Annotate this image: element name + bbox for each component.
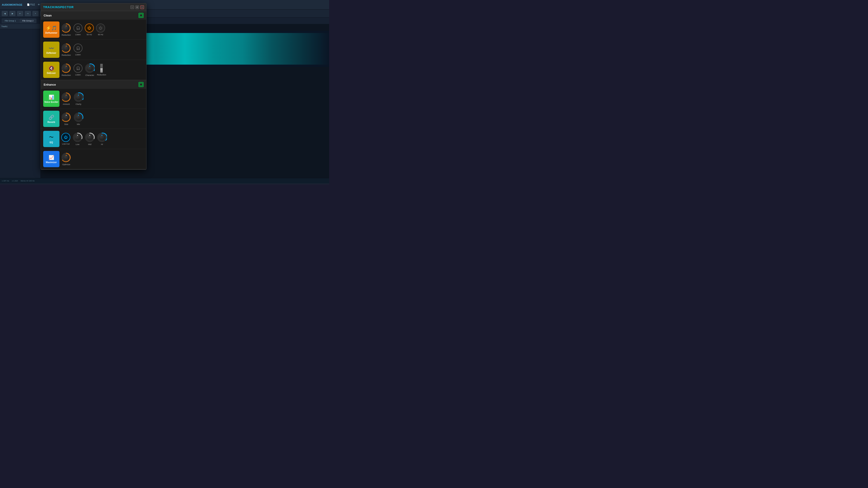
denoiser-reduction-face [63, 44, 70, 52]
eq-low-group: Low [72, 132, 83, 145]
deesser-label: DeEsser [47, 72, 56, 74]
track-header: Track1 [0, 24, 40, 29]
track-name: Track1 [1, 25, 7, 28]
reverb-size-face [63, 113, 70, 121]
dehummer-listen-button[interactable]: 🎧 [73, 24, 83, 33]
voice-exciter-amount-label: Amount [63, 103, 70, 105]
reverb-button[interactable]: 🔗 Reverb [43, 111, 59, 127]
enhance-section: Enhance 📊 Voice Exciter [41, 80, 146, 169]
dehummer-50hz-button[interactable]: ⏻ [85, 24, 94, 33]
maximizer-optimize-knob[interactable] [61, 153, 71, 162]
reverb-icon: 🔗 [49, 115, 54, 120]
eq-label: EQ [50, 141, 53, 144]
voice-exciter-label: Voice Exciter [44, 101, 58, 103]
voice-exciter-amount-face [63, 94, 70, 101]
toolbar-forward[interactable]: ▶ [9, 11, 16, 16]
reverb-size-knob[interactable] [61, 112, 71, 122]
denoiser-listen-button[interactable]: 🎧 [73, 43, 83, 53]
eq-icon: 〜 [49, 134, 54, 140]
eq-hi-face [98, 134, 105, 141]
eq-mid-label: Mid [88, 143, 92, 145]
denoiser-reduction-knob[interactable] [61, 43, 71, 53]
reverb-row: 🔗 Reverb Size [41, 109, 146, 129]
dehummer-row: ⚡🎵 DeHummer Reduction [41, 20, 146, 40]
eq-mid-knob[interactable] [85, 132, 95, 142]
maximizer-controls: Optimize [61, 153, 144, 166]
maximizer-button[interactable]: 📈 Maximizer [43, 151, 59, 167]
deesser-meter [100, 64, 103, 73]
plugin-window: TRACKINSPECTOR − ⊞ × Clean ⚡🎵 DeHummer [41, 3, 147, 170]
eq-hi-label: Hi [101, 143, 103, 145]
reverb-mix-face [75, 113, 82, 121]
eq-low-face [74, 134, 81, 141]
deesser-listen-button[interactable]: 🎧 [73, 64, 83, 73]
reverb-size-label: Size [64, 123, 68, 125]
deesser-reduction-face [63, 65, 70, 72]
dehummer-button[interactable]: ⚡🎵 DeHummer [43, 22, 59, 38]
voice-exciter-amount-knob[interactable] [61, 92, 71, 102]
deesser-meter-label: Reduction [97, 74, 106, 76]
status-zoom: x 1.310 [12, 180, 18, 182]
deesser-controls: Reduction 🎧 Listen [61, 63, 144, 76]
eq-row: 〜 EQ ⏻ Low Cut [41, 129, 146, 149]
plugin-content: Clean ⚡🎵 DeHummer [41, 11, 146, 169]
eq-hi-knob[interactable] [97, 132, 107, 142]
maximizer-row: 📈 Maximizer Optimize [41, 149, 146, 169]
eq-mid-group: Mid [85, 132, 95, 145]
deesser-listen-group: 🎧 Listen [73, 64, 83, 76]
dehummer-reduction-group: Reduction [61, 23, 71, 36]
denoiser-label: DeNoiser [46, 52, 56, 54]
eq-mid-face [86, 134, 93, 141]
minimize-button[interactable]: − [130, 5, 134, 9]
eq-button[interactable]: 〜 EQ [43, 131, 59, 147]
daw-status-bar: s 187 ms x 1.310 Stereo 44 100 Hz [0, 178, 329, 184]
eq-hi-group: Hi [97, 132, 107, 145]
deesser-character-face [86, 65, 93, 72]
maximizer-optimize-face [63, 154, 70, 161]
dehummer-60hz-button[interactable]: ⏻ [96, 24, 105, 33]
dehummer-label: DeHummer [45, 32, 57, 34]
eq-low-label: Low [76, 143, 80, 145]
deesser-reduction-label: Reduction [62, 74, 71, 76]
status-sample-rate: Stereo 44 100 Hz [21, 180, 35, 182]
maximizer-label: Maximizer [46, 161, 57, 164]
maximize-button[interactable]: ⊞ [135, 5, 139, 9]
voice-exciter-button[interactable]: 📊 Voice Exciter [43, 91, 59, 107]
toolbar-back[interactable]: ◀ [2, 11, 8, 16]
deesser-reduction-knob[interactable] [61, 63, 71, 73]
deesser-button[interactable]: 🔇 DeEsser [43, 62, 59, 78]
deesser-character-label: Character [85, 74, 94, 76]
voice-exciter-row: 📊 Voice Exciter Amount [41, 89, 146, 109]
deesser-character-knob[interactable] [85, 63, 95, 73]
voice-exciter-clarity-knob[interactable] [73, 92, 84, 102]
menu-file[interactable]: 📄 FILE [27, 3, 35, 6]
voice-exciter-clarity-label: Clarity [75, 103, 81, 105]
dehummer-listen-label: Listen [75, 33, 81, 36]
denoiser-listen-label: Listen [75, 54, 81, 56]
toolbar-redo[interactable]: ↪ [25, 11, 31, 16]
denoiser-listen-group: 🎧 Listen [73, 43, 83, 56]
toolbar-zoom-in[interactable]: + [33, 11, 38, 16]
eq-lowcut-button[interactable]: ⏻ [61, 133, 70, 142]
clean-section-toggle[interactable] [138, 13, 144, 18]
deesser-reduction-group: Reduction [61, 63, 71, 76]
toolbar-undo[interactable]: ↩ [17, 11, 23, 16]
reverb-mix-knob[interactable] [73, 112, 84, 122]
voice-exciter-icon: 📊 [49, 94, 54, 100]
deesser-meter-group: Reduction [97, 64, 106, 76]
dehummer-icon: ⚡🎵 [46, 25, 57, 31]
deesser-character-group: Character [85, 63, 95, 76]
close-button[interactable]: × [141, 5, 144, 9]
plugin-titlebar: TRACKINSPECTOR − ⊞ × [41, 3, 146, 11]
denoiser-button[interactable]: 〰️ DeNoiser [43, 41, 59, 58]
deesser-listen-label: Listen [75, 74, 81, 76]
eq-low-knob[interactable] [72, 132, 83, 142]
dehummer-reduction-knob[interactable] [61, 23, 71, 33]
tab-file-group-1[interactable]: File Group 1 [2, 19, 19, 23]
enhance-section-toggle[interactable] [138, 82, 144, 87]
enhance-section-header: Enhance [41, 80, 146, 89]
tab-file-group-2[interactable]: File Group 2 [20, 19, 37, 23]
plugin-title: TRACKINSPECTOR [43, 5, 130, 9]
dehummer-reduction-label: Reduction [62, 34, 71, 36]
dehummer-controls: Reduction 🎧 Listen ⏻ 50 Hz ⏻ [61, 23, 144, 36]
